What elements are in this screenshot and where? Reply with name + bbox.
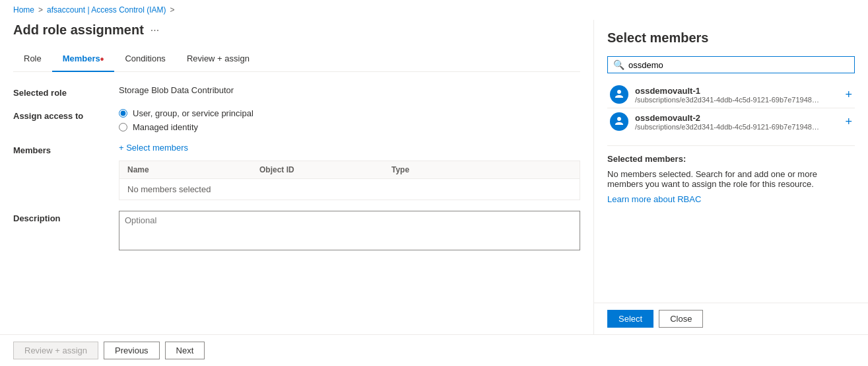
close-button[interactable]: Close <box>659 310 703 328</box>
col-header-type: Type <box>391 165 572 174</box>
col-header-oid: Object ID <box>259 165 391 174</box>
description-row: Description <box>13 211 580 252</box>
search-icon: 🔍 <box>613 59 624 70</box>
member-add-icon[interactable]: + <box>845 115 852 129</box>
member-list: ossdemovault-1 /subscriptions/e3d2d341-4… <box>607 81 855 135</box>
next-button[interactable]: Next <box>165 342 205 359</box>
tab-conditions[interactable]: Conditions <box>114 48 176 72</box>
avatar <box>610 85 628 104</box>
member-name: ossdemovault-1 <box>635 86 838 96</box>
radio-user-group[interactable]: User, group, or service principal <box>119 108 580 118</box>
review-assign-button[interactable]: Review + assign <box>13 342 98 359</box>
assign-access-label: Assign access to <box>13 108 106 121</box>
radio-managed-identity[interactable]: Managed identity <box>119 122 580 132</box>
tab-review[interactable]: Review + assign <box>176 48 260 72</box>
rbac-link[interactable]: Learn more about RBAC <box>607 194 701 204</box>
col-header-name: Name <box>127 165 259 174</box>
selected-role-value: Storage Blob Data Contributor <box>119 85 580 95</box>
right-panel-footer: Select Close <box>594 303 868 334</box>
avatar <box>610 112 628 131</box>
tab-members[interactable]: Members• <box>52 48 115 72</box>
select-members-link[interactable]: + Select members <box>119 143 580 153</box>
member-subscription: /subscriptions/e3d2d341-4ddb-4c5d-9121-6… <box>635 96 820 104</box>
list-item: ossdemovault-2 /subscriptions/e3d2d341-4… <box>607 108 855 135</box>
selected-role-row: Selected role Storage Blob Data Contribu… <box>13 85 580 98</box>
members-row: Members + Select members Name Object ID … <box>13 143 580 200</box>
member-add-icon[interactable]: + <box>845 88 852 102</box>
access-radio-group: User, group, or service principal Manage… <box>119 108 580 132</box>
search-input[interactable] <box>628 60 849 70</box>
assign-access-row: Assign access to User, group, or service… <box>13 108 580 132</box>
selected-members-label: Selected members: <box>607 154 855 164</box>
tab-role[interactable]: Role <box>13 48 52 72</box>
bottom-bar: Review + assign Previous Next <box>0 334 868 366</box>
members-table: Name Object ID Type No members selected <box>119 161 580 200</box>
breadcrumb: Home > afsaccount | Access Control (IAM)… <box>0 0 868 20</box>
search-box: 🔍 <box>607 56 855 73</box>
select-button[interactable]: Select <box>607 310 653 328</box>
members-label: Members <box>13 143 106 155</box>
tab-bar: Role Members• Conditions Review + assign <box>13 48 580 72</box>
selected-members-text: No members selected. Search for and add … <box>607 169 855 189</box>
form: Selected role Storage Blob Data Contribu… <box>13 85 580 252</box>
previous-button[interactable]: Previous <box>104 342 160 359</box>
left-panel: Add role assignment ··· Role Members• Co… <box>0 20 594 334</box>
description-label: Description <box>13 211 106 223</box>
selected-role-label: Selected role <box>13 85 106 98</box>
no-members-text: No members selected <box>127 184 211 194</box>
breadcrumb-home[interactable]: Home <box>13 5 34 15</box>
right-panel: Select members 🔍 ossdemovault-1 /subscri… <box>594 20 868 334</box>
right-panel-title: Select members <box>607 30 855 46</box>
member-subscription: /subscriptions/e3d2d341-4ddb-4c5d-9121-6… <box>635 123 820 131</box>
page-title: Add role assignment <box>13 22 144 38</box>
selected-members-section: Selected members: No members selected. S… <box>607 145 855 204</box>
description-textarea[interactable] <box>119 211 580 250</box>
members-table-header: Name Object ID Type <box>119 161 580 179</box>
list-item: ossdemovault-1 /subscriptions/e3d2d341-4… <box>607 81 855 108</box>
breadcrumb-account[interactable]: afsaccount | Access Control (IAM) <box>47 5 166 15</box>
more-options-icon[interactable]: ··· <box>150 24 159 36</box>
member-name: ossdemovault-2 <box>635 113 838 123</box>
members-table-body: No members selected <box>119 179 580 200</box>
